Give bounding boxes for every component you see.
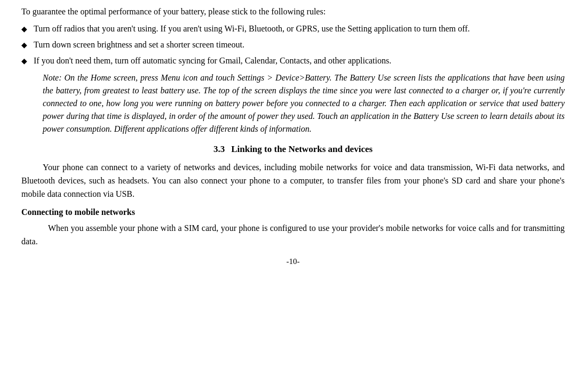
bullet-text-1: Turn off radios that you aren't using. I… [34,22,565,35]
page-number: -10- [21,257,565,266]
bullet-diamond-1: ◆ [21,23,27,35]
section-title: Linking to the Networks and devices [231,144,373,154]
bullet-diamond-3: ◆ [21,55,27,67]
list-item: ◆ Turn down screen brightness and set a … [21,38,565,51]
bullet-text-3: If you don't need them, turn off automat… [34,54,565,67]
section-body-paragraph: Your phone can connect to a variety of n… [21,161,565,201]
bullet-diamond-2: ◆ [21,39,27,51]
sub-heading-body-paragraph: When you assemble your phone with a SIM … [21,222,565,249]
list-item: ◆ If you don't need them, turn off autom… [21,54,565,67]
section-heading: 3.3Linking to the Networks and devices [21,144,565,155]
list-item: ◆ Turn off radios that you aren't using.… [21,22,565,35]
bullet-text-2: Turn down screen brightness and set a sh… [34,38,565,51]
section-number: 3.3 [213,144,225,154]
bullet-list: ◆ Turn off radios that you aren't using.… [21,22,565,67]
intro-paragraph: To guarantee the optimal performance of … [21,5,565,18]
note-paragraph: Note: On the Home screen, press Menu ico… [21,71,565,135]
page-content: To guarantee the optimal performance of … [21,5,565,266]
sub-heading: Connecting to mobile networks [21,206,565,219]
